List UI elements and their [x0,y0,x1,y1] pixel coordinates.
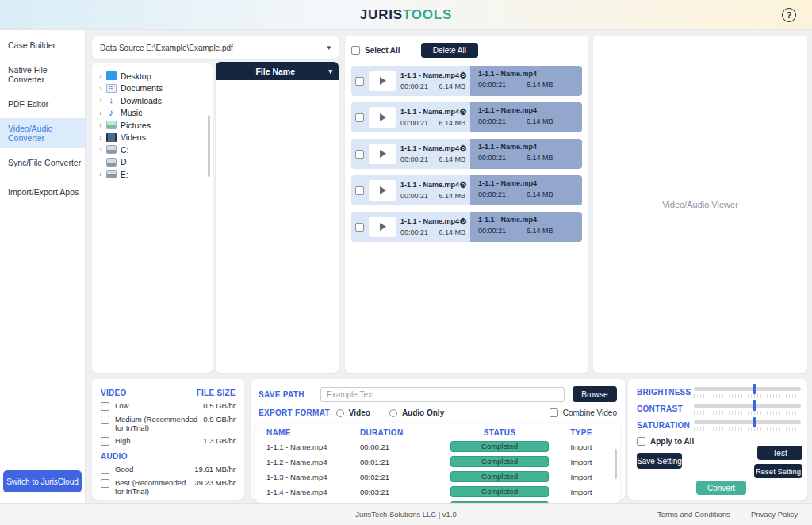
quality-label: Good [115,465,191,474]
quality-checkbox[interactable] [101,402,109,411]
video-row-checkbox[interactable] [355,113,364,122]
save-setting-button[interactable]: Save Setting [637,453,682,469]
tree-item[interactable]: › Pictures [97,119,211,132]
chevron-right-icon[interactable]: › [97,109,105,117]
chevron-right-icon[interactable]: › [97,121,105,129]
gear-icon[interactable]: ⚙ [459,109,467,116]
tree-item[interactable]: › D [97,156,211,169]
save-path-input[interactable] [320,387,565,402]
table-scrollbar[interactable] [615,449,617,479]
data-source-dropdown[interactable]: Data Source E:\Example\Example.pdf ▾ [92,36,339,59]
format-radio[interactable] [336,409,344,417]
file-name-header[interactable]: File Name ▾ [216,62,339,80]
slider-track[interactable] [694,420,801,424]
sidebar-item[interactable]: Import/Export Apps [0,177,85,206]
quality-checkbox[interactable] [101,416,109,424]
video-info: 1-1.1 - Name.mp4 ⚙ 00:00:21 6.14 MB [400,108,467,127]
tree-scrollbar[interactable] [208,115,210,177]
video-info: 1-1.1 - Name.mp4 ⚙ 00:00:21 6.14 MB [400,144,467,163]
video-audio-viewer: Video/Audio Viewer [593,36,807,373]
sidebar-item[interactable]: Case Builder [0,30,85,59]
apply-to-all-checkbox[interactable] [637,437,645,446]
reset-setting-button[interactable]: Reset Setting [754,464,802,478]
tree-item[interactable]: › Downloads [97,94,211,107]
slider [694,420,801,431]
chevron-right-icon[interactable]: › [97,71,105,80]
tree-item[interactable]: › Videos [97,132,211,144]
chevron-right-icon[interactable]: › [97,133,105,142]
tree-item[interactable]: › C: [97,144,211,156]
table-row: 1-1.1 - Name.mp4 00:00:21 Completed Impo… [266,441,612,452]
video-row-output-card[interactable]: 1-1.1 - Name.mp4 00:00:21 6.14 MB [470,66,582,96]
video-duration: 00:00:21 [478,154,506,162]
sidebar-item[interactable]: Native File Converter [0,59,85,89]
video-info: 1-1.1 - Name.mp4 ⚙ 00:00:21 6.14 MB [400,181,467,200]
audio-section-header: AUDIO [101,452,128,461]
play-button[interactable] [369,71,396,91]
sidebar-item[interactable]: Sync/File Converter [0,148,85,177]
video-row-checkbox[interactable] [355,186,364,195]
quality-checkbox[interactable] [101,479,109,488]
chevron-right-icon[interactable]: › [97,96,105,105]
sidebar-item[interactable]: PDF Editor [0,89,85,118]
slider-thumb[interactable] [753,417,756,427]
quality-label: Low [115,401,200,411]
video-row-output-card[interactable]: 1-1.1 - Name.mp4 00:00:21 6.14 MB [470,139,582,169]
gear-icon[interactable]: ⚙ [459,145,467,152]
sidebar-item[interactable]: Video/Audio Converter [0,118,85,148]
format-radio[interactable] [389,409,397,417]
tree-item[interactable]: › E: [97,168,211,181]
terms-link[interactable]: Terms and Conditions [657,510,730,519]
chevron-right-icon[interactable]: › [97,170,105,178]
delete-all-button[interactable]: Delete All [421,43,478,58]
video-size: 6.14 MB [439,82,465,90]
sidebar-item-label: PDF Editor [8,99,48,109]
switch-to-juriscloud-button[interactable]: Switch to JurisCloud [3,470,82,492]
combine-video-checkbox[interactable] [550,408,558,417]
play-button[interactable] [369,180,396,201]
slider-thumb[interactable] [753,400,756,411]
slider-label: BRIGHTNESS [637,387,694,398]
play-button[interactable] [369,217,396,237]
video-row-output-card[interactable]: 1-1.1 - Name.mp4 00:00:21 6.14 MB [470,212,582,242]
gear-icon[interactable]: ⚙ [459,72,467,79]
video-duration: 00:00:21 [400,155,428,163]
play-icon [380,223,386,231]
video-row-source: 1-1.1 - Name.mp4 ⚙ 00:00:21 6.14 MB [351,102,470,132]
gear-icon[interactable]: ⚙ [459,218,467,225]
folder-icon [106,84,117,93]
quality-checkbox[interactable] [101,437,109,446]
test-button[interactable]: Test [757,446,802,460]
tree-item[interactable]: › Desktop [97,70,211,82]
slider-track[interactable] [694,387,801,391]
convert-button[interactable]: Convert [696,481,746,495]
column-header-name: NAME [266,428,360,437]
help-icon[interactable]: ? [782,8,796,22]
video-row-output-card[interactable]: 1-1.1 - Name.mp4 00:00:21 6.14 MB [470,102,582,132]
file-name-header-label: File Name [222,67,328,76]
privacy-link[interactable]: Privacy Policy [751,510,798,519]
slider-thumb[interactable] [753,384,756,394]
play-button[interactable] [369,107,396,128]
caret-down-icon: ▾ [328,67,332,75]
tree-item[interactable]: › Documents [97,82,211,95]
video-row-output-card[interactable]: 1-1.1 - Name.mp4 00:00:21 6.14 MB [470,175,582,205]
logo-tools: TOOLS [403,7,452,22]
browse-button[interactable]: Browse [573,386,617,402]
chevron-right-icon[interactable]: › [97,145,105,154]
gear-icon[interactable]: ⚙ [459,182,467,189]
chevron-right-icon[interactable]: › [97,84,105,93]
quality-checkbox[interactable] [101,466,109,474]
video-row-checkbox[interactable] [355,77,364,86]
video-row-checkbox[interactable] [355,223,364,232]
video-row-checkbox[interactable] [355,150,364,159]
select-all-checkbox[interactable] [351,46,360,55]
slider-track[interactable] [694,404,801,408]
tree-item[interactable]: › Music [97,107,211,120]
play-button[interactable] [369,144,396,164]
quality-settings-panel: VIDEO FILE SIZE Low 0.5 GB/hr Medium (Re… [92,379,244,500]
video-duration: 00:00:21 [478,117,506,125]
cell-type: Import [550,443,612,451]
video-name: 1-1.1 - Name.mp4 [400,71,459,79]
video-size: 6.14 MB [527,81,553,89]
